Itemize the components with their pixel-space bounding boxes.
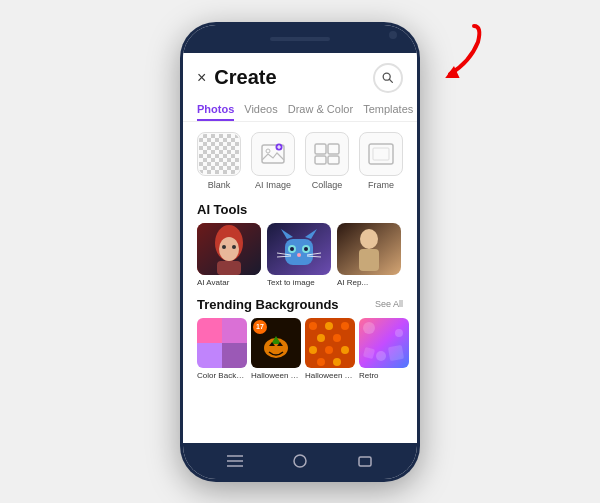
- svg-point-46: [309, 322, 317, 330]
- trend-card-color-bg[interactable]: Color Backg...: [197, 318, 247, 380]
- retro-label: Retro: [359, 371, 409, 380]
- trending-section-title: Trending Backgrounds: [197, 297, 339, 312]
- svg-point-57: [363, 322, 375, 334]
- svg-point-24: [290, 247, 294, 251]
- svg-point-55: [333, 358, 341, 366]
- svg-rect-37: [222, 343, 247, 368]
- collage-icon: [313, 142, 341, 166]
- svg-point-14: [219, 237, 239, 261]
- tab-draw-color[interactable]: Draw & Color: [288, 99, 353, 121]
- ai-image-icon-box: [251, 132, 295, 176]
- svg-point-47: [325, 322, 333, 330]
- create-item-blank[interactable]: Blank: [197, 132, 241, 190]
- svg-point-17: [232, 245, 236, 249]
- collage-icon-box: [305, 132, 349, 176]
- ai-rep-thumbnail: [337, 223, 401, 275]
- svg-rect-6: [315, 144, 326, 154]
- retro-illustration: [359, 318, 409, 368]
- tab-photos[interactable]: Photos: [197, 99, 234, 121]
- annotation-arrow: [410, 18, 490, 98]
- svg-point-61: [376, 351, 386, 361]
- create-options-row: Blank AI Image: [183, 122, 417, 200]
- svg-point-51: [309, 346, 317, 354]
- blank-icon-box: [197, 132, 241, 176]
- svg-point-65: [294, 455, 306, 467]
- bottom-navigation: [183, 443, 417, 479]
- trend-card-halloween-ti[interactable]: 17 Halloween Ti...: [251, 318, 301, 380]
- svg-point-52: [325, 346, 333, 354]
- create-item-collage[interactable]: Collage: [305, 132, 349, 190]
- trend-card-retro[interactable]: Retro: [359, 318, 409, 380]
- ai-avatar-illustration: [197, 223, 261, 275]
- halloween-badge: 17: [253, 320, 267, 334]
- collage-label: Collage: [312, 180, 343, 190]
- text-to-image-illustration: [267, 223, 331, 275]
- frame-icon: [367, 142, 395, 166]
- svg-rect-35: [222, 318, 247, 343]
- blank-label: Blank: [208, 180, 231, 190]
- app-header: × Create: [183, 53, 417, 99]
- create-item-ai-image[interactable]: AI Image: [251, 132, 295, 190]
- svg-rect-7: [328, 144, 339, 154]
- frame-icon-box: [359, 132, 403, 176]
- halloween-p-label: Halloween P...: [305, 371, 355, 380]
- svg-point-50: [333, 334, 341, 342]
- color-bg-label: Color Backg...: [197, 371, 247, 380]
- see-all-button[interactable]: See All: [375, 299, 403, 309]
- svg-point-25: [304, 247, 308, 251]
- ai-tool-avatar[interactable]: AI Avatar: [197, 223, 261, 287]
- svg-rect-60: [388, 344, 404, 360]
- svg-rect-33: [359, 249, 379, 271]
- svg-point-49: [317, 334, 325, 342]
- notch-bar: [270, 37, 330, 41]
- ai-avatar-label: AI Avatar: [197, 278, 261, 287]
- svg-rect-9: [328, 156, 339, 164]
- halloween-ti-thumbnail: 17: [251, 318, 301, 368]
- back-icon: [357, 453, 373, 469]
- svg-rect-8: [315, 156, 326, 164]
- tab-templates[interactable]: Templates: [363, 99, 413, 121]
- ai-rep-label: AI Rep...: [337, 278, 401, 287]
- trend-card-halloween-p[interactable]: Halloween P...: [305, 318, 355, 380]
- search-button[interactable]: [373, 63, 403, 93]
- frame-label: Frame: [368, 180, 394, 190]
- menu-icon: [227, 455, 243, 467]
- tab-bar: Photos Videos Draw & Color Templates: [183, 99, 417, 122]
- svg-point-26: [297, 253, 301, 257]
- halloween-p-illustration: [305, 318, 355, 368]
- nav-back-button[interactable]: [353, 449, 377, 473]
- ai-tool-rep[interactable]: AI Rep...: [337, 223, 401, 287]
- text-to-image-label: Text to image: [267, 278, 331, 287]
- header-left: × Create: [197, 66, 277, 89]
- ai-avatar-thumbnail: [197, 223, 261, 275]
- tab-videos[interactable]: Videos: [244, 99, 277, 121]
- halloween-ti-label: Halloween Ti...: [251, 371, 301, 380]
- create-item-frame[interactable]: Frame: [359, 132, 403, 190]
- ai-tools-section-title: AI Tools: [183, 200, 417, 223]
- phone-shell: × Create Photos Videos Draw & Color: [180, 22, 420, 482]
- ai-tool-text-to-image[interactable]: Text to image: [267, 223, 331, 287]
- ai-image-label: AI Image: [255, 180, 291, 190]
- scene: × Create Photos Videos Draw & Color: [0, 0, 600, 503]
- svg-point-4: [266, 149, 270, 153]
- search-icon: [381, 71, 395, 85]
- svg-rect-19: [285, 239, 313, 265]
- page-title: Create: [214, 66, 276, 89]
- nav-home-button[interactable]: [288, 449, 312, 473]
- svg-point-58: [395, 329, 403, 337]
- screen-content: × Create Photos Videos Draw & Color: [183, 53, 417, 443]
- nav-menu-button[interactable]: [223, 449, 247, 473]
- svg-rect-66: [359, 457, 371, 466]
- text-to-image-thumbnail: [267, 223, 331, 275]
- home-icon: [292, 453, 308, 469]
- svg-point-53: [341, 346, 349, 354]
- svg-rect-36: [197, 343, 222, 368]
- halloween-p-thumbnail: [305, 318, 355, 368]
- svg-rect-15: [217, 261, 241, 275]
- notch-camera: [389, 31, 397, 39]
- retro-thumbnail: [359, 318, 409, 368]
- phone-screen: × Create Photos Videos Draw & Color: [183, 25, 417, 479]
- svg-point-48: [341, 322, 349, 330]
- svg-point-54: [317, 358, 325, 366]
- close-icon[interactable]: ×: [197, 69, 206, 87]
